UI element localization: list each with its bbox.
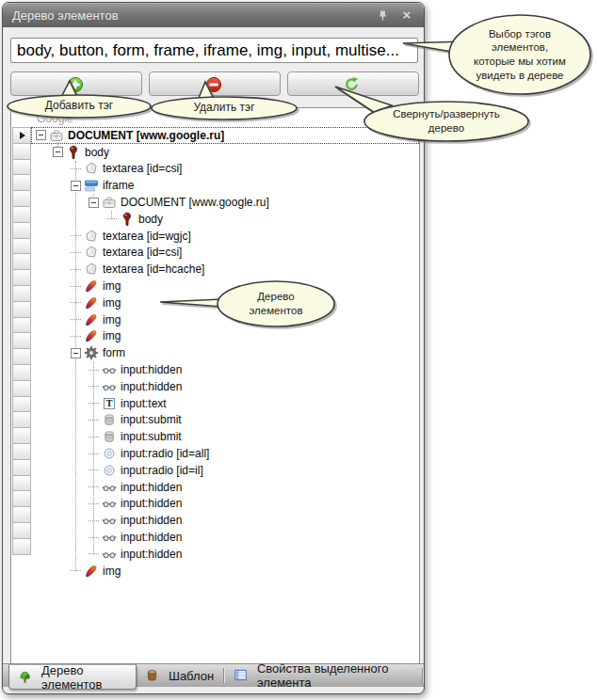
callout-collapse-expand: Свернуть/развернутьдерево <box>330 81 531 145</box>
gutter-cell[interactable] <box>12 364 31 381</box>
document-icon <box>102 195 117 210</box>
gutter-cell[interactable] <box>12 238 31 255</box>
tree-row[interactable]: input:submit <box>31 428 419 445</box>
tree-row[interactable]: input:submit <box>31 412 419 429</box>
gutter-cell[interactable] <box>12 443 31 460</box>
tree-row[interactable]: textarea [id=wgjc] <box>31 228 419 245</box>
gutter-cell[interactable] <box>12 301 31 318</box>
gutter-cell[interactable] <box>12 127 31 144</box>
tree-rows: DOCUMENT [www.google.ru]bodytextarea [id… <box>31 127 419 580</box>
tree-row[interactable]: input:hidden <box>31 512 419 529</box>
gutter-cell[interactable] <box>12 222 31 239</box>
gutter-cell[interactable] <box>12 538 31 555</box>
tree-trunk-line <box>111 211 112 219</box>
tree-row-label: textarea [id=hcache] <box>103 262 204 276</box>
gutter-cell[interactable] <box>12 190 31 207</box>
tree-row-label: img <box>103 296 121 310</box>
collapse-expander[interactable] <box>53 147 63 157</box>
input-submit-icon <box>102 412 117 427</box>
gutter-cell[interactable] <box>12 459 31 476</box>
input-hidden-icon <box>102 496 117 511</box>
pin-icon[interactable] <box>375 8 390 23</box>
iframe-icon <box>84 178 99 193</box>
tree-row[interactable]: input:hidden <box>31 546 419 563</box>
tree-row[interactable]: img <box>31 563 419 580</box>
tab-tree[interactable]: Дерево элементов <box>8 664 137 690</box>
tree-row[interactable]: input:hidden <box>31 496 419 513</box>
gutter-cell[interactable] <box>12 411 31 428</box>
tree-row-label: img <box>103 329 121 342</box>
gutter-cell[interactable] <box>12 490 31 507</box>
tab-separator <box>422 668 423 683</box>
bottom-tabbar: Дерево элементовШаблонСвойства выделенно… <box>3 663 424 687</box>
collapse-expander[interactable] <box>71 181 81 191</box>
tree-row[interactable]: body <box>31 144 419 161</box>
gutter-cell[interactable] <box>12 380 31 397</box>
tree-row[interactable]: textarea [id=csi] <box>31 161 419 178</box>
callout-add-tag: Добавить тэг <box>4 75 158 120</box>
gutter-cell[interactable] <box>12 348 31 365</box>
gutter-cell[interactable] <box>12 159 31 176</box>
gutter-cell[interactable] <box>12 475 31 492</box>
collapse-expander[interactable] <box>89 198 99 208</box>
gutter-cell[interactable] <box>12 396 31 413</box>
gutter-cell[interactable] <box>12 174 31 191</box>
collapse-expander[interactable] <box>36 130 46 140</box>
textarea-icon <box>84 262 99 277</box>
properties-icon <box>234 668 249 683</box>
callout-line: элементов, <box>492 40 548 55</box>
textarea-icon <box>84 229 99 244</box>
tree-row-label: input:hidden <box>121 481 182 494</box>
gutter-cell[interactable] <box>12 269 31 286</box>
tree-row[interactable]: iframe <box>31 177 419 194</box>
tree-row[interactable]: input:hidden <box>31 529 419 546</box>
input-hidden-icon <box>102 547 117 562</box>
gutter-cell[interactable] <box>12 522 31 539</box>
gutter-cell[interactable] <box>12 506 31 523</box>
tree-row[interactable]: DOCUMENT [www.google.ru] <box>31 194 419 211</box>
svg-text:T: T <box>106 398 113 408</box>
screenshot-canvas: Дерево элементов × Google DOCUMENT [www.… <box>0 0 597 700</box>
tree-row-label: textarea [id=csi] <box>103 162 182 175</box>
img-icon <box>84 564 99 579</box>
tree-row-label: input:radio [id=il] <box>121 464 203 477</box>
gutter-cell[interactable] <box>12 206 31 223</box>
body-icon <box>120 212 135 227</box>
tree-row[interactable]: input:hidden <box>31 378 419 395</box>
tree-row-label: input:hidden <box>121 497 182 510</box>
tree-row-label: input:text <box>121 397 167 410</box>
textarea-icon <box>84 245 99 260</box>
tree-row[interactable]: textarea [id=hcache] <box>31 261 419 278</box>
form-icon <box>84 345 99 360</box>
titlebar: Дерево элементов × <box>3 3 424 27</box>
tree-row-label: input:hidden <box>121 531 182 544</box>
tree-row-label: DOCUMENT [www.google.ru] <box>121 196 269 209</box>
current-row-arrow <box>20 132 25 139</box>
gutter-cell[interactable] <box>12 143 31 160</box>
tree-row[interactable]: input:hidden <box>31 361 419 378</box>
gutter-cell[interactable] <box>12 317 31 334</box>
tree-row-label: textarea [id=csi] <box>103 246 182 259</box>
input-hidden-icon <box>102 480 117 495</box>
tab-properties[interactable]: Свойства выделенного элемента <box>225 664 421 687</box>
document-icon <box>49 128 64 143</box>
gutter-cell[interactable] <box>12 253 31 270</box>
tree-row[interactable]: img <box>31 328 419 345</box>
tree-row-label: body <box>138 213 163 226</box>
tag-filter-input[interactable] <box>10 38 418 63</box>
gutter-cell[interactable] <box>12 332 31 349</box>
tree-row[interactable]: input:radio [id=all] <box>31 445 419 462</box>
img-icon <box>84 312 99 327</box>
tree-row[interactable]: textarea [id=csi] <box>31 245 419 262</box>
tab-template[interactable]: Шаблон <box>137 664 222 687</box>
tree-row[interactable]: input:hidden <box>31 479 419 496</box>
collapse-expander[interactable] <box>71 348 81 358</box>
tree-row-label: img <box>103 279 121 293</box>
tree-row[interactable]: Tinput:text <box>31 395 419 412</box>
tree-row[interactable]: input:radio [id=il] <box>31 462 419 479</box>
tree-row[interactable]: form <box>31 344 419 361</box>
gutter-cell[interactable] <box>12 427 31 444</box>
tree-body: DOCUMENT [www.google.ru]bodytextarea [id… <box>11 127 419 580</box>
gutter-cell[interactable] <box>12 285 31 302</box>
tree-row[interactable]: body <box>31 211 419 228</box>
